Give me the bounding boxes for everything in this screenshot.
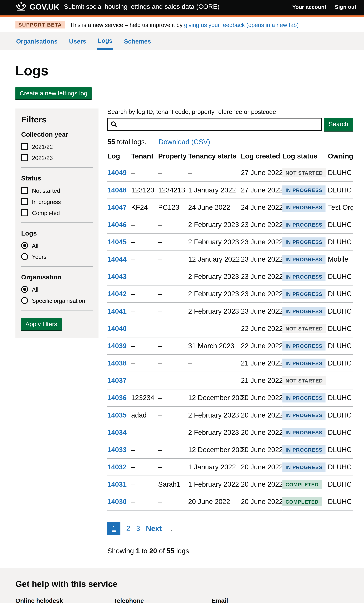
- status-badge: NOT STARTED: [282, 376, 326, 385]
- nav-item-organisations[interactable]: Organisations: [15, 32, 58, 50]
- property-cell: –: [158, 372, 188, 389]
- log-id-link[interactable]: 14030: [107, 498, 127, 506]
- filter-option: Yours: [21, 253, 93, 260]
- header-nav: Your account Sign out: [292, 4, 356, 10]
- tenant-cell: –: [131, 285, 158, 302]
- create-lettings-log-button[interactable]: Create a new lettings log: [15, 87, 92, 99]
- tenancy-starts-cell: 2 February 2023: [188, 268, 241, 285]
- table-row: 14031 – Sarah1 1 February 2022 20 June 2…: [107, 476, 353, 493]
- log-id-link[interactable]: 14032: [107, 463, 127, 471]
- your-account-link[interactable]: Your account: [292, 4, 326, 10]
- tenancy-starts-cell: 1 January 2022: [188, 458, 241, 476]
- log-created-cell: 20 June 2022: [241, 458, 282, 476]
- property-cell: –: [158, 355, 188, 372]
- log-id-link[interactable]: 14037: [107, 376, 127, 384]
- tenancy-starts-cell: 2 February 2023: [188, 424, 241, 441]
- table-row: 14047 KF24 PC123 24 June 2022 24 June 20…: [107, 199, 353, 216]
- log-id-link[interactable]: 14035: [107, 411, 127, 419]
- log-created-cell: 20 June 2022: [241, 493, 282, 510]
- log-id-link[interactable]: 14031: [107, 480, 127, 488]
- checkbox-2022-23[interactable]: [21, 154, 28, 161]
- radio-logs-yours[interactable]: [21, 253, 28, 260]
- log-id-link[interactable]: 14033: [107, 446, 127, 453]
- filter-option: 2021/22: [21, 143, 93, 150]
- log-id-link[interactable]: 14047: [107, 203, 127, 211]
- property-cell: –: [158, 458, 188, 476]
- page-2-link[interactable]: 2: [126, 524, 130, 533]
- log-id-link[interactable]: 14041: [107, 307, 127, 315]
- crown-icon: [15, 1, 27, 12]
- owning-org-cell: DLUHC Test: [328, 233, 353, 251]
- download-csv-link[interactable]: Download (CSV): [158, 138, 210, 146]
- table-row: 14039 – – 31 March 2023 22 June 2022 IN …: [107, 337, 353, 355]
- status-badge: IN PROGRESS: [282, 203, 326, 212]
- status-badge: IN PROGRESS: [282, 341, 326, 350]
- log-created-cell: 23 June 2022: [241, 302, 282, 320]
- tenancy-starts-cell: 1 February 2022: [188, 476, 241, 493]
- tenant-cell: –: [131, 441, 158, 458]
- service-name[interactable]: Submit social housing lettings and sales…: [64, 3, 292, 11]
- checkbox-in-progress[interactable]: [21, 198, 28, 205]
- tenancy-starts-cell: –: [188, 164, 241, 181]
- govuk-logo[interactable]: GOV.UK: [15, 1, 59, 12]
- log-created-cell: 20 June 2022: [241, 389, 282, 406]
- results-column: Search by log ID, tenant code, property …: [107, 108, 353, 555]
- checkbox-completed[interactable]: [21, 209, 28, 216]
- search-button[interactable]: Search: [324, 118, 353, 131]
- checkbox-not-started[interactable]: [21, 187, 28, 194]
- page-3-link[interactable]: 3: [136, 524, 140, 533]
- radio-org-all[interactable]: [21, 286, 28, 293]
- nav-item-users[interactable]: Users: [68, 32, 87, 50]
- search-input[interactable]: [107, 118, 322, 131]
- tenant-cell: –: [131, 372, 158, 389]
- log-id-link[interactable]: 14045: [107, 238, 127, 246]
- next-page-link[interactable]: Next: [146, 524, 162, 533]
- log-id-link[interactable]: 14044: [107, 255, 127, 263]
- tenant-cell: –: [131, 216, 158, 233]
- log-id-link[interactable]: 14043: [107, 273, 127, 280]
- log-id-link[interactable]: 14040: [107, 325, 127, 332]
- log-id-link[interactable]: 14036: [107, 394, 127, 402]
- log-id-link[interactable]: 14038: [107, 359, 127, 367]
- log-id-link[interactable]: 14049: [107, 169, 127, 176]
- log-id-link[interactable]: 14046: [107, 221, 127, 228]
- tenant-cell: adad: [131, 406, 158, 424]
- phase-banner: SUPPORT BETA This is a new service – hel…: [0, 17, 364, 32]
- radio-org-specific[interactable]: [21, 297, 28, 304]
- log-id-link[interactable]: 14042: [107, 290, 127, 298]
- tenancy-starts-cell: 12 December 2021: [188, 441, 241, 458]
- page-1-current[interactable]: 1: [107, 522, 120, 535]
- status-badge: IN PROGRESS: [282, 463, 326, 472]
- footer-title: Get help with this service: [15, 579, 349, 589]
- status-badge: IN PROGRESS: [282, 307, 326, 316]
- log-created-cell: 20 June 2022: [241, 476, 282, 493]
- total-count: 55: [107, 138, 115, 146]
- table-row: 14048 123123 1234213 1 January 2022 27 J…: [107, 181, 353, 199]
- logs-table: Log Tenant Property Tenancy starts Log c…: [107, 151, 353, 511]
- apply-filters-button[interactable]: Apply filters: [21, 318, 62, 330]
- nav-item-logs[interactable]: Logs: [97, 32, 113, 50]
- tenancy-starts-cell: 2 February 2023: [188, 285, 241, 302]
- tenant-cell: –: [131, 458, 158, 476]
- col-property: Property: [158, 151, 188, 164]
- tenancy-starts-cell: 31 March 2023: [188, 337, 241, 355]
- radio-logs-all[interactable]: [21, 242, 28, 249]
- next-arrow-icon[interactable]: →: [166, 524, 174, 533]
- feedback-link[interactable]: giving us your feedback (opens in a new …: [184, 21, 299, 28]
- owning-org-cell: DLUHC Test: [328, 476, 353, 493]
- table-row: 14049 – – – 27 June 2022 NOT STARTED DLU…: [107, 164, 353, 181]
- log-id-link[interactable]: 14048: [107, 186, 127, 194]
- tenant-cell: –: [131, 268, 158, 285]
- checkbox-2021-22[interactable]: [21, 143, 28, 150]
- log-id-link[interactable]: 14039: [107, 342, 127, 349]
- table-row: 14041 – – 2 February 2023 23 June 2022 I…: [107, 302, 353, 320]
- log-id-link[interactable]: 14034: [107, 429, 127, 436]
- log-created-cell: 20 June 2022: [241, 406, 282, 424]
- log-created-cell: 22 June 2022: [241, 320, 282, 337]
- status-badge: IN PROGRESS: [282, 186, 326, 195]
- primary-nav: Organisations Users Logs Schemes: [0, 32, 364, 50]
- nav-item-schemes[interactable]: Schemes: [123, 32, 152, 50]
- tenant-cell: –: [131, 302, 158, 320]
- sign-out-link[interactable]: Sign out: [335, 4, 356, 10]
- tenancy-starts-cell: 12 December 2021: [188, 389, 241, 406]
